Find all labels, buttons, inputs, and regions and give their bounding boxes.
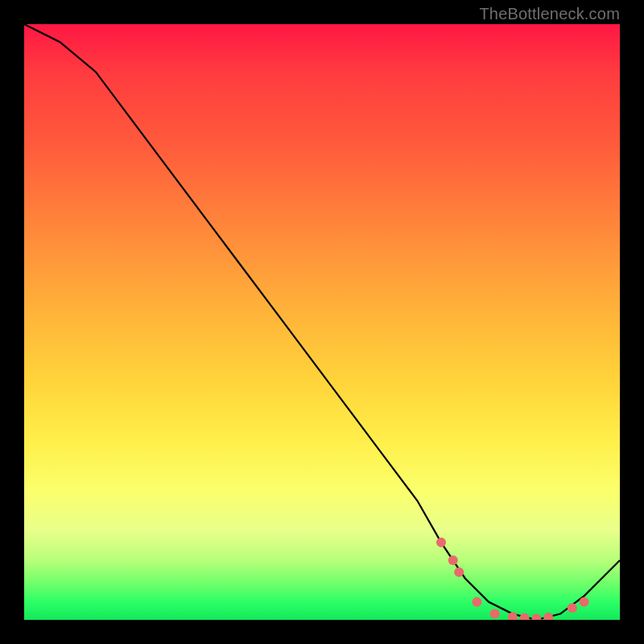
marker-group bbox=[436, 538, 589, 620]
curve-marker bbox=[490, 609, 500, 619]
curve-marker bbox=[508, 612, 518, 620]
watermark-text: TheBottleneck.com bbox=[479, 5, 620, 23]
curve-marker bbox=[568, 603, 577, 613]
chart-frame: TheBottleneck.com bbox=[0, 0, 644, 644]
curve-marker bbox=[580, 597, 589, 607]
curve-marker bbox=[520, 613, 530, 620]
bottleneck-curve bbox=[24, 24, 620, 620]
curve-layer bbox=[24, 24, 620, 620]
curve-marker bbox=[472, 597, 481, 607]
curve-marker bbox=[454, 568, 464, 577]
curve-marker bbox=[436, 538, 446, 547]
curve-marker bbox=[543, 613, 553, 620]
curve-marker bbox=[531, 614, 541, 621]
plot-area bbox=[24, 24, 620, 620]
curve-marker bbox=[448, 555, 458, 565]
